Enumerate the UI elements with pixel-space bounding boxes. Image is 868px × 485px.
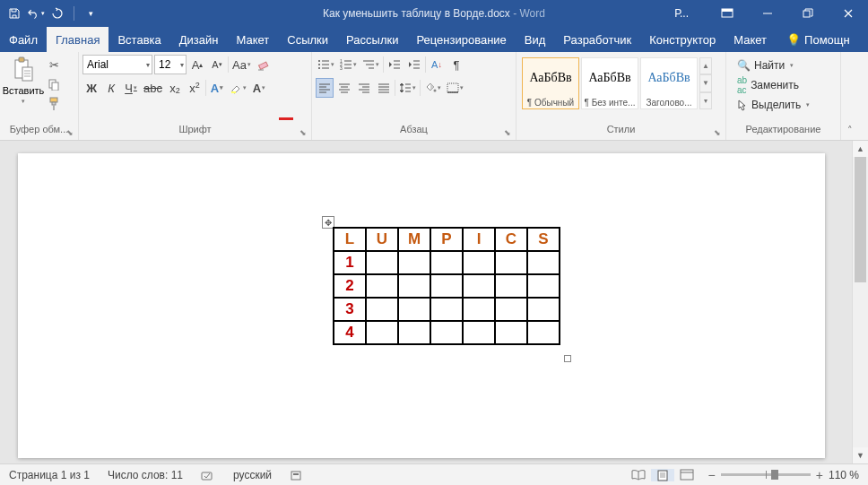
view-print-icon[interactable] — [651, 469, 674, 481]
cursor-icon — [737, 99, 748, 111]
style-normal[interactable]: АаБбВв ¶ Обычный — [522, 57, 579, 109]
zoom-in-icon[interactable]: + — [816, 468, 823, 482]
tab-design[interactable]: Дизайн — [170, 27, 228, 52]
view-web-icon[interactable] — [674, 469, 699, 481]
zoom-knob[interactable] — [771, 470, 778, 480]
tab-insert[interactable]: Вставка — [108, 27, 169, 52]
tab-references[interactable]: Ссылки — [278, 27, 337, 52]
italic-button[interactable]: К — [102, 78, 120, 98]
redo-icon[interactable] — [48, 4, 66, 22]
minimize-icon[interactable] — [747, 0, 787, 27]
styles-up-icon[interactable]: ▲ — [699, 57, 712, 74]
styles-down-icon[interactable]: ▼ — [699, 74, 712, 91]
titlebar: ▾ ▾ Как уменьшить таблицу в Ворде.docx -… — [0, 0, 868, 27]
align-right-icon[interactable] — [355, 78, 373, 98]
group-font: Arial▾ 12▾ A▴ A▾ Aa▾ Ж К Ч▾ abc x2 x2 A — [79, 52, 312, 140]
font-color-icon[interactable]: A▾ — [250, 78, 268, 98]
scroll-track[interactable] — [853, 157, 868, 447]
status-macros-icon[interactable] — [281, 464, 311, 485]
clipboard-launcher-icon[interactable]: ⬊ — [64, 126, 76, 139]
table-resize-handle-icon[interactable] — [564, 355, 571, 362]
highlight-icon[interactable]: ▾ — [228, 78, 248, 98]
save-icon[interactable] — [5, 4, 23, 22]
tab-review[interactable]: Рецензирование — [407, 27, 515, 52]
svg-rect-14 — [52, 102, 56, 105]
show-marks-icon[interactable]: ¶ — [447, 55, 465, 74]
change-case-icon[interactable]: Aa▾ — [230, 55, 253, 74]
status-language[interactable]: русский — [224, 464, 281, 485]
tab-mailings[interactable]: Рассылки — [337, 27, 407, 52]
scroll-down-icon[interactable]: ▼ — [853, 447, 868, 463]
styles-launcher-icon[interactable]: ⬊ — [711, 126, 724, 139]
zoom-value[interactable]: 110 % — [829, 469, 859, 481]
text-effects-icon[interactable]: A▾ — [208, 78, 226, 98]
style-no-spacing[interactable]: АаБбВв ¶ Без инте... — [581, 57, 638, 109]
subscript-button[interactable]: x2 — [166, 78, 184, 98]
status-wordcount[interactable]: Число слов: 11 — [99, 464, 192, 485]
collapse-ribbon-icon[interactable]: ˄ — [841, 52, 859, 140]
tab-table-layout[interactable]: Макет — [725, 27, 776, 52]
tab-home[interactable]: Главная — [47, 27, 108, 52]
paragraph-launcher-icon[interactable]: ⬊ — [501, 126, 514, 139]
borders-icon[interactable]: ▾ — [445, 78, 465, 98]
numbering-icon[interactable]: 123▾ — [338, 55, 359, 74]
tab-tell-me[interactable]: 💡Помощн — [777, 27, 859, 52]
zoom-out-icon[interactable]: − — [708, 468, 716, 482]
decrease-indent-icon[interactable] — [386, 55, 404, 74]
shading-icon[interactable]: ▾ — [422, 78, 443, 98]
copy-icon[interactable] — [45, 76, 63, 92]
increase-indent-icon[interactable] — [405, 55, 423, 74]
tab-file[interactable]: Файл — [0, 27, 47, 52]
close-icon[interactable] — [828, 0, 868, 27]
tab-layout[interactable]: Макет — [227, 27, 278, 52]
svg-point-22 — [318, 67, 320, 69]
sort-icon[interactable]: A↓ — [428, 55, 446, 74]
strikethrough-button[interactable]: abc — [142, 78, 164, 98]
paste-button[interactable]: Вставить ▾ — [4, 55, 43, 105]
view-read-icon[interactable] — [626, 469, 651, 481]
multilevel-icon[interactable]: ▾ — [360, 55, 381, 74]
status-proofing[interactable] — [192, 464, 224, 485]
maximize-icon[interactable] — [787, 0, 828, 27]
zoom-slider[interactable] — [721, 473, 811, 476]
tab-view[interactable]: Вид — [516, 27, 555, 52]
scroll-up-icon[interactable]: ▲ — [853, 141, 868, 157]
format-painter-icon[interactable] — [45, 96, 63, 112]
shrink-font-icon[interactable]: A▾ — [208, 55, 226, 74]
replace-button[interactable]: abacЗаменить — [733, 76, 813, 94]
cut-icon[interactable]: ✂ — [45, 56, 63, 73]
tab-developer[interactable]: Разработчик — [554, 27, 640, 52]
undo-icon[interactable]: ▾ — [27, 4, 45, 22]
qat-separator — [74, 6, 74, 21]
page[interactable]: ✥ L U M P I C S 1 2 3 4 — [18, 153, 825, 458]
table-row: 1 — [334, 251, 560, 274]
scroll-thumb[interactable] — [855, 157, 866, 282]
font-launcher-icon[interactable]: ⬊ — [297, 126, 309, 139]
styles-more-icon[interactable]: ▾ — [699, 92, 712, 109]
find-button[interactable]: 🔍Найти▾ — [733, 56, 813, 74]
bullets-icon[interactable]: ▾ — [316, 55, 336, 74]
tab-table-design[interactable]: Конструктор — [640, 27, 725, 52]
bold-button[interactable]: Ж — [82, 78, 100, 98]
customize-qat-icon[interactable]: ▾ — [82, 4, 100, 22]
select-button[interactable]: Выделить▾ — [733, 96, 813, 114]
font-name-combo[interactable]: Arial▾ — [82, 55, 152, 74]
ribbon-options-icon[interactable] — [707, 0, 747, 27]
line-spacing-icon[interactable]: ▾ — [397, 78, 418, 98]
style-heading1[interactable]: АаБбВв Заголово... — [640, 57, 698, 109]
app-name: Word — [520, 7, 545, 20]
align-center-icon[interactable] — [335, 78, 353, 98]
align-left-icon[interactable] — [316, 78, 334, 98]
status-page[interactable]: Страница 1 из 1 — [0, 464, 99, 485]
document-table[interactable]: L U M P I C S 1 2 3 4 — [333, 227, 560, 345]
underline-button[interactable]: Ч▾ — [122, 78, 140, 98]
svg-point-58 — [434, 90, 437, 92]
justify-icon[interactable] — [375, 78, 393, 98]
superscript-button[interactable]: x2 — [186, 78, 204, 98]
grow-font-icon[interactable]: A▴ — [188, 55, 206, 74]
share-button[interactable] — [859, 27, 868, 52]
clear-formatting-icon[interactable] — [255, 55, 273, 74]
group-paragraph-label: Абзац — [312, 124, 516, 140]
font-size-combo[interactable]: 12▾ — [154, 55, 187, 74]
vertical-scrollbar[interactable]: ▲ ▼ — [852, 141, 868, 463]
